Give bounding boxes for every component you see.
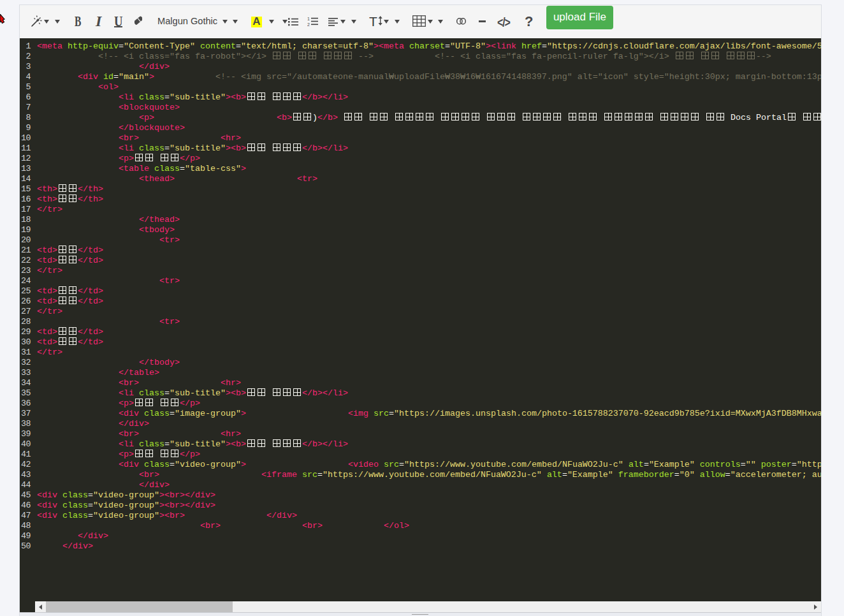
svg-text:2: 2: [307, 22, 310, 27]
svg-text:1: 1: [307, 17, 310, 21]
